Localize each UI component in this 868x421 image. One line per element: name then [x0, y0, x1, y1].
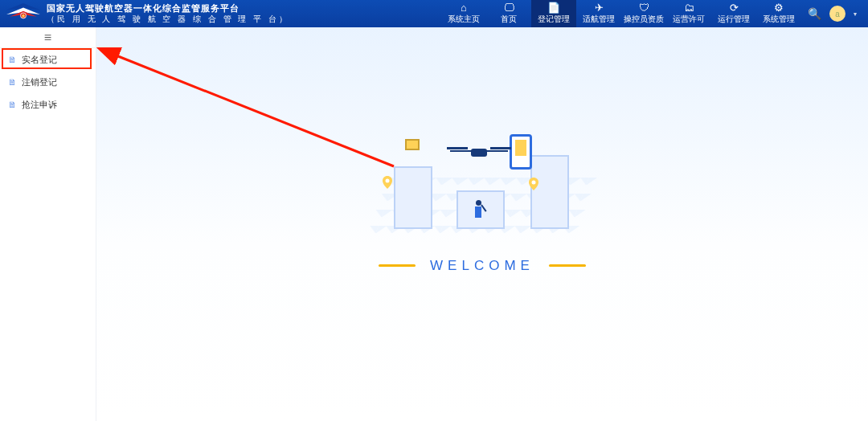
nav-label: 首页	[501, 14, 517, 25]
header-right: 🔍 a ▾	[801, 6, 868, 22]
ops-icon: ⟳	[730, 2, 739, 13]
doc-icon: 🗎	[8, 55, 17, 64]
sidebar-item-label: 注销登记	[22, 76, 57, 88]
menu-icon: ≡	[44, 31, 51, 45]
search-icon[interactable]: 🔍	[808, 7, 821, 20]
welcome-text: WELCOME	[430, 258, 534, 274]
sidebar-item-label: 抢注申诉	[22, 99, 57, 111]
nav-label: 登记管理	[538, 14, 570, 25]
nav-system[interactable]: ⚙ 系统管理	[756, 0, 801, 27]
svg-point-6	[532, 180, 536, 184]
logo-emblem	[6, 3, 40, 24]
monitor-icon: 🖵	[504, 2, 514, 13]
nav-system-home[interactable]: ⌂ 系统主页	[441, 0, 486, 27]
map-pin-icon	[383, 176, 392, 189]
app-title: 国家无人驾驶航空器一体化综合监管服务平台 （民 用 无 人 驾 驶 航 空 器 …	[47, 3, 289, 24]
sidebar-collapse[interactable]: ≡	[0, 27, 96, 48]
nav-label: 适航管理	[583, 14, 615, 25]
register-icon: 📄	[547, 2, 560, 13]
main-content: WELCOME	[96, 27, 868, 421]
home-icon: ⌂	[461, 2, 467, 13]
welcome-illustration	[378, 112, 587, 248]
nav-airworthy[interactable]: ✈ 适航管理	[576, 0, 621, 27]
license-icon: 🗂	[684, 2, 694, 13]
package-icon	[405, 139, 420, 150]
avatar[interactable]: a	[829, 6, 845, 22]
doc-icon: 🗎	[8, 100, 17, 109]
nav-label: 运行管理	[718, 14, 750, 25]
nav-label: 操控员资质	[624, 14, 664, 25]
shield-icon: 🛡	[639, 2, 649, 13]
map-pin-icon	[529, 178, 538, 190]
drone-icon	[447, 145, 511, 160]
nav-operator[interactable]: 🛡 操控员资质	[621, 0, 666, 27]
doc-icon: 🗎	[8, 77, 17, 87]
chevron-down-icon[interactable]: ▾	[854, 10, 857, 18]
svg-point-5	[386, 178, 390, 182]
app-header: 国家无人驾驶航空器一体化综合监管服务平台 （民 用 无 人 驾 驶 航 空 器 …	[0, 0, 868, 27]
welcome-line: WELCOME	[378, 258, 587, 274]
system-icon: ⚙	[774, 2, 784, 13]
app-title-line1: 国家无人驾驶航空器一体化综合监管服务平台	[47, 3, 289, 14]
nav-label: 运营许可	[673, 14, 705, 25]
app-title-line2: （民 用 无 人 驾 驶 航 空 器 综 合 管 理 平 台）	[47, 14, 289, 25]
welcome-block: WELCOME	[378, 112, 587, 274]
sidebar-item-realname[interactable]: 🗎 实名登记	[0, 48, 96, 71]
top-nav: ⌂ 系统主页 🖵 首页 📄 登记管理 ✈ 适航管理 🛡 操控员资质 🗂 运营许可…	[441, 0, 801, 27]
brand-block: 国家无人驾驶航空器一体化综合监管服务平台 （民 用 无 人 驾 驶 航 空 器 …	[0, 3, 289, 24]
airworthy-icon: ✈	[595, 2, 604, 13]
nav-label: 系统管理	[763, 14, 795, 25]
accent-dash	[549, 264, 586, 267]
svg-line-7	[114, 55, 394, 166]
sidebar-item-label: 实名登记	[22, 54, 57, 66]
accent-dash	[379, 264, 416, 267]
nav-register[interactable]: 📄 登记管理	[531, 0, 576, 27]
sidebar: ≡ 🗎 实名登记 🗎 注销登记 🗎 抢注申诉	[0, 27, 96, 421]
phone-icon	[510, 134, 532, 170]
person-icon	[473, 200, 484, 226]
nav-label: 系统主页	[448, 14, 480, 25]
sidebar-item-cancel[interactable]: 🗎 注销登记	[0, 71, 96, 93]
nav-license[interactable]: 🗂 运营许可	[666, 0, 711, 27]
sidebar-item-appeal[interactable]: 🗎 抢注申诉	[0, 93, 96, 116]
nav-home[interactable]: 🖵 首页	[486, 0, 531, 27]
nav-ops[interactable]: ⟳ 运行管理	[711, 0, 756, 27]
